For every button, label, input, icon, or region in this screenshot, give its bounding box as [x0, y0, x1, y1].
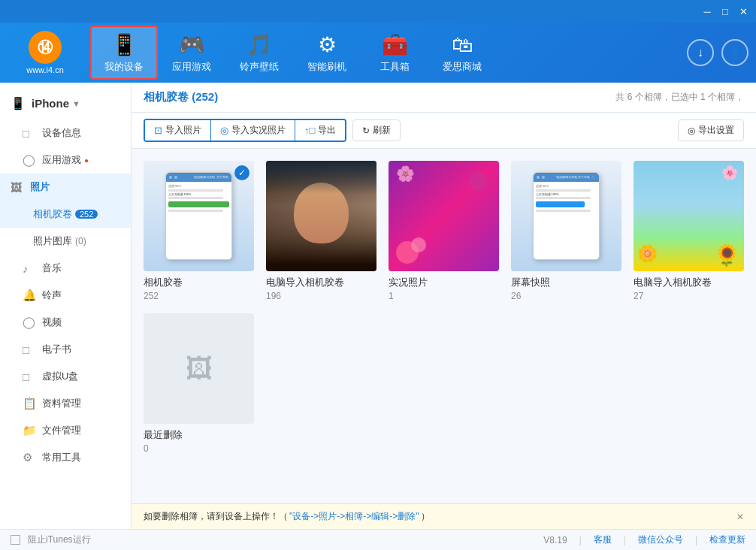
ebooks-icon: □	[23, 343, 36, 356]
ishop-icon: 🛍	[452, 32, 473, 57]
album-check-icon: ✓	[234, 165, 249, 180]
nav-ringtones[interactable]: 🎵 铃声壁纸	[225, 26, 293, 80]
sidebar-item-photos[interactable]: 🖼 照片	[0, 174, 131, 201]
album-pc-import-name: 电脑导入相机胶卷	[266, 276, 376, 289]
import-photo-label: 导入照片	[165, 124, 201, 137]
nav-right: ↓ 👤	[687, 39, 748, 66]
maximize-icon[interactable]: □	[718, 5, 732, 18]
nav-toolbox[interactable]: 🧰 工具箱	[361, 26, 428, 80]
album-pc-import-count: 196	[266, 291, 376, 301]
sidebar-item-video[interactable]: ◯ 视频	[0, 309, 131, 336]
sidebar-camera-roll-label: 相机胶卷	[33, 207, 72, 221]
export-label: 导出	[318, 124, 336, 137]
sidebar-item-app-games[interactable]: ◯ 应用游戏 ●	[0, 147, 131, 174]
import-photo-button[interactable]: ⊡ 导入照片	[145, 120, 211, 141]
sidebar-item-file-manage[interactable]: 📁 文件管理	[0, 417, 131, 444]
app-games-badge: ●	[84, 156, 89, 165]
sidebar-photos-label: 照片	[30, 180, 50, 194]
sidebar-item-data-mgmt[interactable]: 📋 资料管理	[0, 390, 131, 417]
export-settings-button[interactable]: ◎ 导出设置	[678, 119, 744, 141]
placeholder-icon: 🖼	[144, 313, 254, 424]
sidebar-virtual-u-label: 虚拟U盘	[42, 370, 78, 383]
footer-link-support[interactable]: 客服	[594, 533, 612, 546]
sidebar-item-music[interactable]: ♪ 音乐	[0, 255, 131, 282]
nav-ishop[interactable]: 🛍 爱思商城	[428, 26, 496, 80]
album-camera-roll-count: 252	[144, 291, 254, 301]
device-header[interactable]: 📱 iPhone ▼	[0, 90, 131, 119]
album-recently-deleted[interactable]: 🖼 最近删除 0	[144, 313, 254, 454]
refresh-button[interactable]: ↻ 刷新	[352, 119, 401, 141]
sidebar-item-device-info[interactable]: □ 设备信息	[0, 119, 131, 147]
sidebar-photo-library-label: 照片图库	[33, 234, 72, 248]
import-live-button[interactable]: ◎ 导入实况照片	[211, 120, 295, 141]
content-info: 共 6 个相簿，已选中 1 个相簿，	[615, 91, 744, 104]
sidebar-item-ebooks[interactable]: □ 电子书	[0, 336, 131, 363]
export-settings-label: 导出设置	[698, 124, 734, 137]
download-icon[interactable]: ↓	[687, 39, 714, 66]
sidebar-item-ringtones[interactable]: 🔔 铃声	[0, 282, 131, 309]
appgames-sidebar-icon: ◯	[23, 153, 36, 167]
import-live-icon: ◎	[220, 125, 228, 136]
sidebar-file-manage-label: 文件管理	[42, 424, 81, 437]
close-icon[interactable]: ✕	[736, 5, 750, 18]
footer-link-update[interactable]: 检查更新	[709, 533, 745, 546]
sidebar-item-camera-roll[interactable]: 相机胶卷 252	[0, 201, 131, 228]
logo-icon: ⑭	[29, 31, 62, 64]
ringtone-icon: 🔔	[23, 289, 36, 302]
album-live-photos-name: 实况照片	[389, 276, 499, 289]
nav-smart-flash-label: 智能刷机	[307, 60, 346, 74]
sidebar-item-photo-library[interactable]: 照片图库 (0)	[0, 228, 131, 255]
sidebar-item-virtual-u[interactable]: □ 虚拟U盘	[0, 363, 131, 390]
album-pc-import2[interactable]: 🌻 🌼 🌸 电脑导入相机胶卷 27	[634, 161, 744, 301]
photo-grid: 电池健康与充电 关于本机 温度34°C 上次充电量100% ✓ 相机胶	[132, 149, 756, 503]
export-button[interactable]: ↑□ 导出	[295, 120, 345, 141]
nav-app-games[interactable]: 🎮 应用游戏	[158, 26, 225, 80]
import-live-label: 导入实况照片	[231, 124, 286, 137]
user-icon[interactable]: 👤	[721, 39, 748, 66]
album-live-photos-thumb: 🌸	[389, 161, 499, 271]
album-camera-roll[interactable]: 电池健康与充电 关于本机 温度34°C 上次充电量100% ✓ 相机胶	[144, 161, 254, 301]
export-icon: ↑□	[304, 125, 315, 136]
music-icon: ♪	[23, 262, 36, 275]
album-pc-import[interactable]: 电脑导入相机胶卷 196	[266, 161, 376, 301]
titlebar: ─ □ ✕	[0, 0, 756, 23]
device-name: iPhone	[32, 97, 69, 110]
toolbar: ⊡ 导入照片 ◎ 导入实况照片 ↑□ 导出 ↻ 刷新 ◎ 导出设置	[132, 113, 756, 149]
notification-link[interactable]: "设备->照片->相簿->编辑->删除"	[289, 510, 419, 523]
device-info-icon: □	[23, 127, 36, 140]
nav-toolbox-label: 工具箱	[380, 60, 410, 74]
logo-text: www.i4.cn	[26, 65, 64, 74]
footer-link-wechat[interactable]: 微信公众号	[638, 533, 683, 546]
data-mgmt-icon: 📋	[23, 397, 36, 410]
appgames-icon: 🎮	[179, 32, 205, 57]
sidebar-device-info-label: 设备信息	[42, 126, 81, 140]
album-live-photos[interactable]: 🌸 实况照片 1	[389, 161, 499, 301]
device-icon: 📱	[111, 32, 138, 57]
sidebar-ringtones-label: 铃声	[42, 289, 62, 302]
nav-my-device[interactable]: 📱 我的设备	[90, 26, 158, 80]
album-recently-deleted-thumb: 🖼	[144, 313, 254, 424]
album-recently-deleted-name: 最近删除	[144, 428, 254, 442]
album-camera-roll-name: 相机胶卷	[144, 276, 254, 289]
sidebar-item-common-tools[interactable]: ⚙ 常用工具	[0, 444, 131, 471]
sidebar-common-tools-label: 常用工具	[42, 451, 81, 464]
notification-text-pre: 如要删除相簿，请到设备上操作！（	[144, 510, 288, 523]
footer: 阻止iTunes运行 V8.19 | 客服 | 微信公众号 | 检查更新	[0, 529, 756, 550]
phone-icon: 📱	[11, 96, 26, 110]
nav-ishop-label: 爱思商城	[443, 60, 482, 74]
album-pc-import2-count: 27	[634, 291, 744, 301]
notification-close-icon[interactable]: ✕	[736, 512, 744, 522]
album-screenshots[interactable]: 电池健康与充电 关于本机 △ 温度34°C 上次充电量100% 屏幕快照	[511, 161, 621, 301]
album-recently-deleted-count: 0	[144, 443, 254, 454]
toolbar-import-group: ⊡ 导入照片 ◎ 导入实况照片 ↑□ 导出	[144, 119, 346, 142]
sidebar: 📱 iPhone ▼ □ 设备信息 ◯ 应用游戏 ● 🖼 照片 相机胶卷 252…	[0, 83, 132, 529]
notification-bar: 如要删除相簿，请到设备上操作！（ "设备->照片->相簿->编辑->删除" ） …	[132, 503, 756, 529]
album-live-photos-count: 1	[389, 291, 499, 301]
toolbox-icon: 🧰	[382, 32, 408, 57]
minimize-icon[interactable]: ─	[700, 5, 714, 18]
nav-smart-flash[interactable]: ⚙ 智能刷机	[293, 26, 361, 80]
content-area: 相机胶卷 (252) 共 6 个相簿，已选中 1 个相簿， ⊡ 导入照片 ◎ 导…	[132, 83, 756, 529]
footer-left: 阻止iTunes运行	[11, 533, 91, 546]
itunes-checkbox[interactable]	[11, 535, 20, 545]
content-header: 相机胶卷 (252) 共 6 个相簿，已选中 1 个相簿，	[132, 83, 756, 113]
